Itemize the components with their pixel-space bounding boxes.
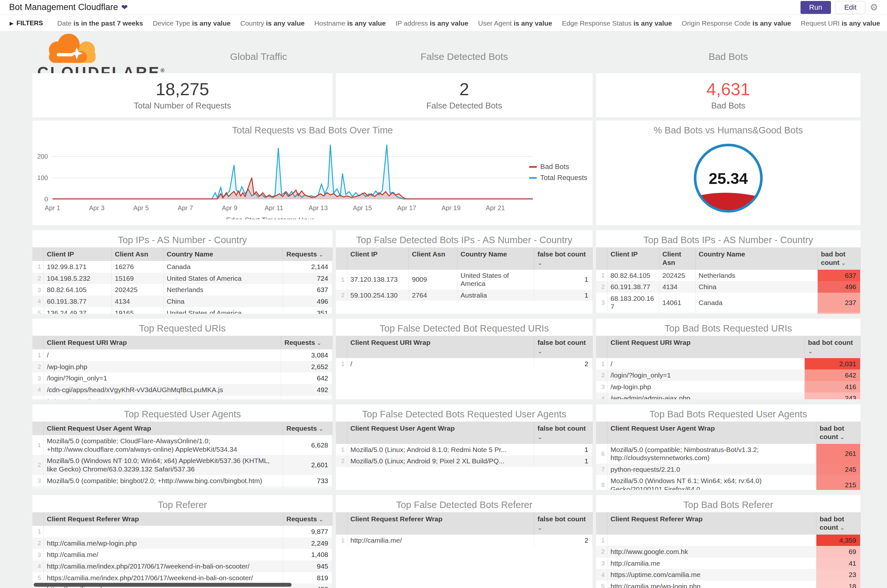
filter-item[interactable]: Edge Response Status is any value <box>562 20 672 27</box>
data-cell[interactable]: http://camilia.me <box>607 558 816 569</box>
column-header[interactable]: Client IP <box>44 248 111 261</box>
data-cell[interactable]: /cdn-cgi/apps/head/xVgyKhR-vV3dAUGhMqfBc… <box>44 384 281 396</box>
data-cell[interactable]: 19165 <box>111 307 163 314</box>
data-cell[interactable]: / <box>347 358 534 370</box>
column-header[interactable]: Requests ⌄ <box>283 248 332 261</box>
data-cell[interactable]: http://camilia.me/ <box>44 549 283 561</box>
table-row[interactable]: 1Mozilla/5.0 (Linux; Android 8.1.0; Redm… <box>336 444 592 456</box>
value-cell[interactable]: 1 <box>534 290 592 301</box>
data-cell[interactable]: 80.82.64.105 <box>607 270 659 281</box>
data-cell[interactable]: 60.191.38.77 <box>607 281 659 293</box>
table-row[interactable]: 4http://camilia.me/index.php/2017/06/17/… <box>32 561 332 572</box>
table-row[interactable]: 3/login/?login_only=1642 <box>32 372 332 384</box>
data-cell[interactable]: 192.99.8.171 <box>44 261 111 273</box>
data-cell[interactable]: 60.191.38.77 <box>44 296 111 307</box>
column-header[interactable]: Country Name <box>695 248 818 270</box>
value-cell[interactable]: 1,408 <box>283 549 332 561</box>
filter-item[interactable]: Country is any value <box>241 20 305 27</box>
table-row[interactable]: 368.183.200.16714061Canada237 <box>596 293 860 312</box>
column-header[interactable]: false bot count ⌄ <box>534 336 592 358</box>
value-cell[interactable]: 351 <box>283 307 332 314</box>
column-header[interactable]: Client Asn <box>111 248 163 261</box>
value-cell[interactable]: 724 <box>283 273 332 284</box>
value-cell[interactable]: 637 <box>283 284 332 296</box>
data-cell[interactable]: Canada <box>695 293 818 312</box>
data-cell[interactable]: Australia <box>457 290 534 301</box>
data-cell[interactable]: China <box>695 281 818 293</box>
data-cell[interactable]: 80.82.64.105 <box>44 284 111 296</box>
data-cell[interactable]: Mozilla/5.0 (compatible; bingbot/2.0; +h… <box>44 475 283 487</box>
table-row[interactable]: 259.100.254.1302764Australia1 <box>336 290 592 301</box>
data-cell[interactable]: Mozilla/5.0 (Windows NT 6.1; Win64; x64;… <box>607 475 816 490</box>
column-header[interactable]: Country Name <box>163 248 283 261</box>
table-row[interactable]: 7python-requests/2.21.0245 <box>596 464 860 476</box>
data-cell[interactable]: http://camilia.me/wp-login.php <box>607 580 816 588</box>
table-row[interactable]: 5http://camilia.me/wp-login.php18 <box>596 580 860 588</box>
data-cell[interactable]: /login/?login_only=1 <box>44 372 281 384</box>
data-cell[interactable]: Netherlands <box>163 284 283 296</box>
data-cell[interactable]: 136.24.49.37 <box>44 307 111 314</box>
column-header[interactable]: Client Request Referer Wrap <box>347 512 534 535</box>
value-cell[interactable]: 2 <box>534 358 592 370</box>
legend-item-bad-bots[interactable]: Bad Bots <box>529 162 587 171</box>
data-cell[interactable]: python-requests/2.21.0 <box>607 464 816 476</box>
column-header[interactable]: false bot count ⌄ <box>534 422 592 444</box>
table-row[interactable]: 1http://camilia.me/2 <box>336 535 592 546</box>
table-row[interactable]: 1/2 <box>336 358 592 370</box>
data-cell[interactable]: https://camilia.me/index.php/2017/06/17/… <box>44 572 283 584</box>
value-cell[interactable]: 1 <box>534 270 592 290</box>
data-cell[interactable]: Mozilla/5.0 (Windows NT 10.0; Win64; x64… <box>44 455 283 475</box>
value-cell[interactable]: 2,601 <box>283 455 332 475</box>
value-cell[interactable]: 23 <box>816 569 860 580</box>
value-cell[interactable]: 819 <box>283 572 332 584</box>
value-cell[interactable]: 237 <box>818 293 860 312</box>
data-cell[interactable]: Netherlands <box>695 270 818 281</box>
data-cell[interactable]: China <box>163 296 283 307</box>
column-header[interactable]: Client Request URI Wrap <box>44 336 281 350</box>
data-cell[interactable]: http://camilia.me/index.php/2017/06/17/w… <box>44 561 283 572</box>
data-cell[interactable]: Mozilla/5.0 (Linux; Android 9; Pixel 2 X… <box>347 455 534 467</box>
data-cell[interactable]: 202425 <box>111 284 163 296</box>
table-row[interactable]: 4https://uptime.com/camilia.me23 <box>596 569 860 580</box>
data-cell[interactable]: 4134 <box>659 281 695 293</box>
horizontal-scrollbar-thumb[interactable] <box>34 583 292 587</box>
data-cell[interactable]: 16276 <box>111 261 163 273</box>
filters-toggle[interactable]: ▶ FILTERS <box>10 20 43 27</box>
timeseries-chart[interactable]: 0100200Apr 1Apr 3Apr 5Apr 7Apr 9Apr 11Ap… <box>32 136 588 219</box>
value-cell[interactable]: 144 <box>818 312 860 314</box>
table-row[interactable]: 5https://camilia.me/index.php/2017/06/17… <box>32 572 332 584</box>
table-row[interactable]: 1Mozilla/5.0 (compatible; CloudFlare-Alw… <box>32 435 332 455</box>
data-cell[interactable] <box>44 486 283 490</box>
data-cell[interactable]: Mozilla/5.0 (compatible; Nimbostratus-Bo… <box>607 444 816 464</box>
run-button[interactable]: Run <box>800 1 831 14</box>
table-row[interactable]: 260.191.38.774134China496 <box>596 281 860 293</box>
data-cell[interactable]: 61.160.221.73 <box>607 312 659 314</box>
column-header[interactable]: Client IP <box>607 248 659 270</box>
data-cell[interactable]: 37.120.138.173 <box>347 270 409 290</box>
table-row[interactable]: 3http://camilia.me41 <box>596 558 860 569</box>
value-cell[interactable]: 2,031 <box>805 358 860 370</box>
table-row[interactable]: 380.82.64.105202425Netherlands637 <box>32 284 332 296</box>
column-header[interactable]: Client Request Referer Wrap <box>607 512 816 535</box>
column-header[interactable]: Client Request URI Wrap <box>607 336 805 358</box>
data-cell[interactable]: United States of America <box>163 307 283 314</box>
data-cell[interactable]: 4134 <box>111 296 163 307</box>
column-header[interactable]: Requests ⌄ <box>283 422 332 435</box>
bad-bots-gauge[interactable]: 25.34 <box>691 141 765 215</box>
data-cell[interactable]: 9009 <box>409 270 457 290</box>
table-row[interactable]: 4/cdn-cgi/apps/head/xVgyKhR-vV3dAUGhMqfB… <box>32 384 332 396</box>
data-cell[interactable]: /cdn-cgi/apps/body/3Lh52SjWTQ4HRlErJykHq… <box>44 396 281 399</box>
data-cell[interactable]: 23650 <box>659 312 695 314</box>
data-cell[interactable] <box>607 535 816 546</box>
value-cell[interactable]: 483 <box>281 396 332 399</box>
data-cell[interactable]: Mozilla/5.0 (compatible; CloudFlare-Alwa… <box>44 435 283 455</box>
value-cell[interactable]: 245 <box>816 464 860 476</box>
legend-item-total-requests[interactable]: Total Requests <box>529 174 587 182</box>
filter-item[interactable]: Request URI is any value <box>801 20 880 27</box>
value-cell[interactable]: 496 <box>283 296 332 307</box>
table-row[interactable]: 6Mozilla/5.0 (compatible; Nimbostratus-B… <box>596 444 860 464</box>
value-cell[interactable]: 243 <box>805 392 860 399</box>
value-cell[interactable]: 2 <box>534 535 592 546</box>
filter-item[interactable]: User Agent is any value <box>478 20 552 27</box>
value-cell[interactable]: 2,652 <box>281 361 332 373</box>
